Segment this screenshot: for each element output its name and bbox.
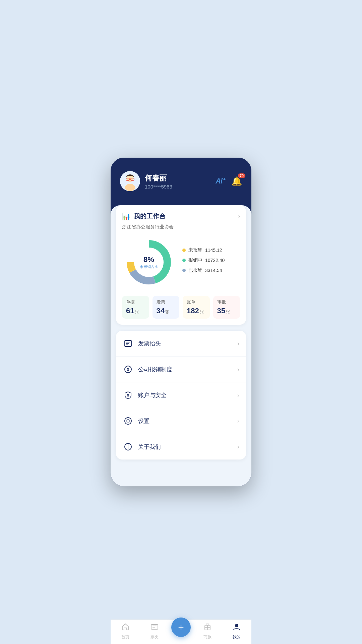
svg-text:¥: ¥ <box>127 367 129 372</box>
donut-percentage: 8% <box>140 255 158 264</box>
ai-button[interactable]: Ai✦ <box>216 177 225 185</box>
main-content: 📊 我的工作台 › 浙江省办公服务行业协会 <box>111 205 251 486</box>
menu-item-reimbursement-policy[interactable]: ¥ 公司报销制度 › <box>116 357 246 382</box>
menu-chevron-3: › <box>237 392 239 399</box>
workbench-title-text: 我的工作台 <box>134 212 166 221</box>
stat-item-invoices[interactable]: 发票 34张 <box>153 296 180 319</box>
menu-chevron-1: › <box>237 340 239 347</box>
user-info: 何春丽 100****5963 <box>145 173 172 190</box>
user-name: 何春丽 <box>145 173 172 183</box>
menu-item-settings[interactable]: 设置 › <box>116 408 246 434</box>
legend-dot-green <box>182 259 186 262</box>
header-right: Ai✦ 🔔 79 <box>216 176 242 186</box>
workbench-card: 📊 我的工作台 › 浙江省办公服务行业协会 <box>116 205 246 325</box>
stat-item-bills[interactable]: 账单 182张 <box>183 296 210 319</box>
phone-container: 何春丽 100****5963 Ai✦ 🔔 79 📊 我的工作台 › <box>111 158 251 486</box>
workbench-chevron[interactable]: › <box>238 213 240 220</box>
invoice-header-icon <box>123 338 133 349</box>
svg-text:i: i <box>127 442 128 446</box>
menu-text-settings: 设置 <box>138 417 237 425</box>
menu-list: 发票抬头 › ¥ 公司报销制度 › ¥ <box>116 331 246 460</box>
menu-item-about[interactable]: i 关于我们 › <box>116 434 246 460</box>
legend-value-1: 1145.12 <box>205 248 222 253</box>
reimbursement-policy-icon: ¥ <box>123 364 133 375</box>
menu-text-policy: 公司报销制度 <box>138 366 237 373</box>
menu-text-security: 账户与安全 <box>138 391 237 399</box>
svg-rect-2 <box>125 184 135 191</box>
legend-label-3: 已报销 <box>188 267 202 273</box>
legend-item-unreimbursed: 未报销 1145.12 <box>182 247 240 253</box>
user-id: 100****5963 <box>145 184 172 190</box>
donut-label: 未报销占比 <box>140 264 158 269</box>
legend-label-2: 报销中 <box>188 257 202 263</box>
menu-item-invoice-header[interactable]: 发票抬头 › <box>116 331 246 357</box>
menu-chevron-5: › <box>237 443 239 450</box>
workbench-title: 📊 我的工作台 <box>122 212 166 221</box>
stat-count-1: 61张 <box>126 307 145 315</box>
stat-label-2: 发票 <box>157 299 176 305</box>
header-left: 何春丽 100****5963 <box>120 171 172 191</box>
settings-icon <box>123 416 133 426</box>
about-icon: i <box>123 441 133 452</box>
stat-label-4: 审批 <box>217 299 236 305</box>
legend-value-3: 3314.54 <box>205 268 222 273</box>
workbench-header: 📊 我的工作台 › <box>122 212 240 221</box>
menu-text-invoice-header: 发票抬头 <box>138 340 237 347</box>
org-name: 浙江省办公服务行业协会 <box>122 224 240 230</box>
ai-label: Ai <box>216 177 222 185</box>
svg-point-18 <box>127 420 129 422</box>
stat-item-documents[interactable]: 单据 61张 <box>122 296 149 319</box>
donut-center: 8% 未报销占比 <box>140 255 158 269</box>
notification-bell[interactable]: 🔔 79 <box>231 176 242 186</box>
svg-text:¥: ¥ <box>127 393 129 397</box>
stats-grid: 单据 61张 发票 34张 账单 182张 审批 35张 <box>122 296 240 319</box>
avatar[interactable] <box>120 171 140 191</box>
stat-item-approvals[interactable]: 审批 35张 <box>213 296 240 319</box>
legend-item-reimbursing: 报销中 10722.40 <box>182 257 240 263</box>
stat-label-3: 账单 <box>187 299 206 305</box>
notification-badge: 79 <box>238 173 245 178</box>
chart-legend: 未报销 1145.12 报销中 10722.40 已报销 3314.54 <box>182 247 240 277</box>
menu-chevron-2: › <box>237 366 239 373</box>
stat-count-3: 182张 <box>187 307 206 315</box>
menu-text-about: 关于我们 <box>138 443 237 451</box>
menu-item-account-security[interactable]: ¥ 账户与安全 › <box>116 382 246 408</box>
legend-dot-yellow <box>182 249 186 252</box>
legend-item-reimbursed: 已报销 3314.54 <box>182 267 240 273</box>
header: 何春丽 100****5963 Ai✦ 🔔 79 <box>111 158 251 199</box>
svg-point-17 <box>125 418 131 424</box>
donut-chart: 8% 未报销占比 <box>122 235 176 289</box>
stat-label-1: 单据 <box>126 299 145 305</box>
menu-chevron-4: › <box>237 418 239 425</box>
legend-dot-gray <box>182 269 186 272</box>
chart-section: 8% 未报销占比 未报销 1145.12 报销中 10722.40 <box>122 235 240 289</box>
legend-value-2: 10722.40 <box>205 258 225 263</box>
account-security-icon: ¥ <box>123 390 133 400</box>
workbench-icon: 📊 <box>122 212 130 220</box>
stat-count-4: 35张 <box>217 307 236 315</box>
legend-label-1: 未报销 <box>188 247 202 253</box>
stat-count-2: 34张 <box>157 307 176 315</box>
